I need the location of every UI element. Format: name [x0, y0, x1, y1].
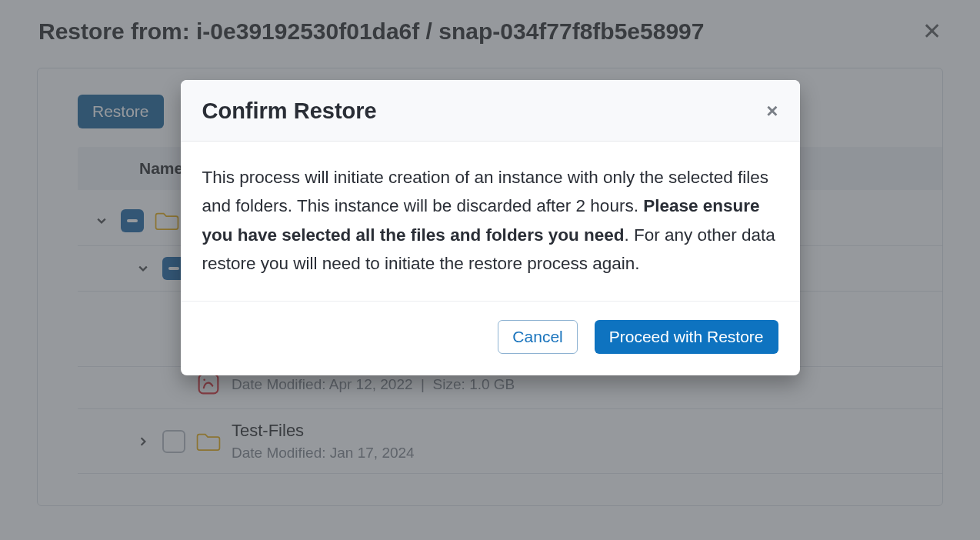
close-icon[interactable]: × [766, 99, 778, 123]
proceed-button[interactable]: Proceed with Restore [595, 320, 778, 354]
modal-title: Confirm Restore [202, 98, 377, 124]
modal-body: This process will initiate creation of a… [181, 142, 800, 302]
modal-overlay: Confirm Restore × This process will init… [0, 0, 980, 540]
confirm-restore-modal: Confirm Restore × This process will init… [181, 80, 800, 375]
cancel-button[interactable]: Cancel [498, 320, 577, 354]
